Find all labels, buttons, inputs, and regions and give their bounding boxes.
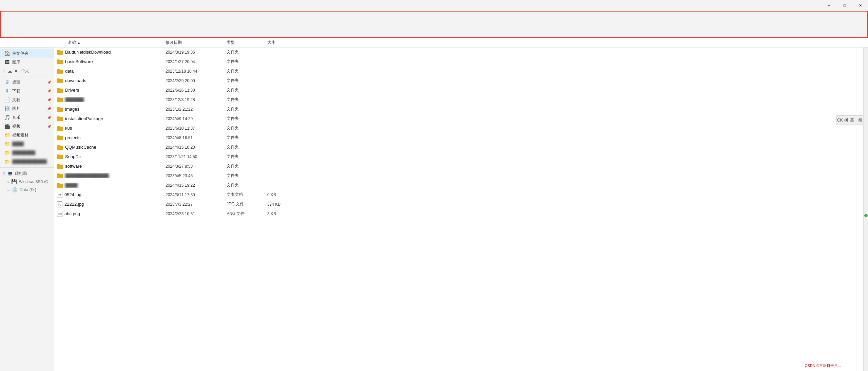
close-button[interactable]: ✕ [852,0,868,11]
table-row[interactable]: png abc.png 2024/2/23 10:51 PNG 文件 3 KB [54,209,863,219]
file-date-cell: 2024/2/29 20:00 [166,78,227,83]
file-date-cell: 2024/3/11 17:30 [166,192,227,197]
sidebar-item-blurred-3[interactable]: 📁 ████████████ [0,157,54,166]
sidebar-item-video-material[interactable]: 📁 视频素材 [0,131,54,140]
file-size-cell: 3 KB [267,211,301,216]
table-row[interactable]: installationPackage 2024/4/9 14:29 文件夹 [54,114,863,124]
folder-icon-blurred2: 📁 [4,150,10,156]
folder-icon [57,135,63,140]
png-icon: png [57,211,62,217]
pictures-icon: 🖼 [4,106,10,112]
table-row[interactable]: jpg 22222.jpg 2023/7/3 22:27 JPG 文件 374 … [54,200,863,209]
pin-icon-desktop: 📌 [47,80,51,84]
file-name-cell: Drivers [57,88,166,93]
folder-icon [57,164,63,169]
table-row[interactable]: software 2024/3/27 8:58 文件夹 [54,162,863,171]
window-controls: ─ □ ✕ [821,0,868,11]
folder-icon [57,59,63,64]
table-row[interactable]: txt 0524.log 2024/3/11 17:30 文本文档 0 KB [54,190,863,200]
ime-punct: · [855,118,856,123]
file-date-cell: 2024/4/15 10:20 [166,145,227,150]
downloads-icon: ⬇ [4,88,10,94]
table-row[interactable]: projects 2024/4/8 16:51 文件夹 [54,133,863,143]
file-date-cell: 2022/6/26 11:30 [166,88,227,93]
table-row[interactable]: k8s 2023/6/10 11:37 文件夹 [54,124,863,133]
table-row[interactable]: images 2023/1/2 21:22 文件夹 [54,105,863,114]
file-name-cell: jpg 22222.jpg [57,201,166,207]
file-type-cell: 文件夹 [227,163,267,169]
sidebar-windows-ssd-section[interactable]: ▷ 💾 Windows-SSD (C [0,177,54,185]
sidebar-item-blurred-2[interactable]: 📁 ████████ [0,148,54,157]
file-size-cell: 0 KB [267,192,301,197]
file-type-cell: 文件夹 [227,125,267,131]
ime-bi: 拼 [844,117,848,123]
table-row[interactable]: ██████ 2023/12/3 19:28 文件夹 [54,95,863,105]
folder-icon [57,97,63,102]
ime-bar[interactable]: CK 拼 英 · 简 [836,115,863,125]
data-d-icon: 💿 [12,187,18,193]
file-name-cell: projects [57,135,166,140]
table-row[interactable]: SnapDir 2023/11/21 14:50 文件夹 [54,152,863,162]
file-date-cell: 2024/3/19 19:36 [166,50,227,55]
sidebar-item-blurred-1[interactable]: 📁 ████ [0,140,54,148]
file-name-cell: BaiduNetdiskDownload [57,50,166,55]
file-type-cell: 文件夹 [227,173,267,179]
sidebar-item-documents[interactable]: 📄 文档 📌 [0,95,54,104]
file-date-cell: 2024/4/15 19:22 [166,183,227,188]
table-row[interactable]: basicSoftware 2024/1/27 20:04 文件夹 [54,57,863,67]
folder-icon [57,116,63,121]
sidebar-item-downloads[interactable]: ⬇ 下载 📌 [0,87,54,95]
file-name-cell: basicSoftware [57,59,166,64]
expand-icon-data: — [7,188,10,192]
file-name-cell: QQMusicCache [57,145,166,150]
table-row[interactable]: data 2023/12/18 10:44 文件夹 [54,67,863,76]
table-row[interactable]: BaiduNetdiskDownload 2024/3/19 19:36 文件夹 [54,48,863,57]
column-headers: 名称 ▲ 修改日期 类型 大小 [0,38,868,48]
sidebar-this-pc-section[interactable]: ▽ 💻 此电脑 [0,169,54,177]
table-row[interactable]: downloads 2024/2/29 20:00 文件夹 [54,76,863,86]
file-list[interactable]: BaiduNetdiskDownload 2024/3/19 19:36 文件夹… [54,48,863,371]
col-header-name[interactable]: 名称 ▲ [54,38,163,47]
pin-icon-downloads: 📌 [47,89,51,93]
doc-icon: txt [57,192,62,198]
sidebar-item-gallery[interactable]: 🖼 图库 [0,58,54,67]
table-row[interactable]: Drivers 2022/6/26 11:30 文件夹 [54,86,863,95]
col-header-date[interactable]: 修改日期 [163,38,224,47]
documents-icon: 📄 [4,97,10,103]
file-type-cell: 文件夹 [227,97,267,103]
gallery-icon: 🖼 [4,59,10,65]
sidebar-item-music[interactable]: 🎵 音乐 📌 [0,113,54,122]
file-date-cell: 2024/1/27 20:04 [166,59,227,64]
ime-mode: 简 [858,117,862,123]
sidebar-item-desktop[interactable]: 🖥 桌面 📌 [0,78,54,87]
table-row[interactable]: ████ 2024/4/15 19:22 文件夹 [54,181,863,190]
maximize-button[interactable]: □ [837,0,852,11]
file-name-cell: images [57,107,166,112]
sidebar-item-home[interactable]: 🏠 主文件夹 [0,49,54,58]
video-material-icon: 📁 [4,132,10,138]
folder-icon-blurred3: 📁 [4,159,10,165]
music-icon: 🎵 [4,114,10,120]
sidebar-cloud-section[interactable]: ▷ ☁ ■ - 个人 [0,67,54,75]
main-window: 名称 ▲ 修改日期 类型 大小 🏠 主文件夹 🖼 图库 ▷ ☁ [0,11,868,371]
table-row[interactable]: ██████████████ 2023/4/5 23:46 文件夹 [54,171,863,181]
ssd-icon: 💾 [11,179,17,185]
sidebar-item-pictures[interactable]: 🖼 图片 📌 [0,104,54,113]
col-header-type[interactable]: 类型 [224,38,265,47]
file-type-cell: JPG 文件 [227,201,267,207]
col-header-size[interactable]: 大小 [265,38,298,47]
title-bar: ─ □ ✕ [0,0,868,11]
file-type-cell: 文本文档 [227,192,267,198]
right-panel [863,48,868,371]
folder-icon [57,154,63,159]
minimize-button[interactable]: ─ [821,0,837,11]
desktop-icon: 🖥 [4,79,10,85]
sidebar-item-videos[interactable]: 🎬 视频 📌 [0,122,54,131]
sidebar-data-d-section[interactable]: — 💿 Data (D:) [0,185,54,193]
file-date-cell: 2024/4/8 16:51 [166,135,227,140]
file-date-cell: 2024/2/23 10:51 [166,211,227,216]
table-row[interactable]: QQMusicCache 2024/4/15 10:20 文件夹 [54,143,863,152]
sidebar-divider-1 [0,76,54,76]
file-type-cell: 文件夹 [227,144,267,150]
folder-icon [57,78,63,83]
